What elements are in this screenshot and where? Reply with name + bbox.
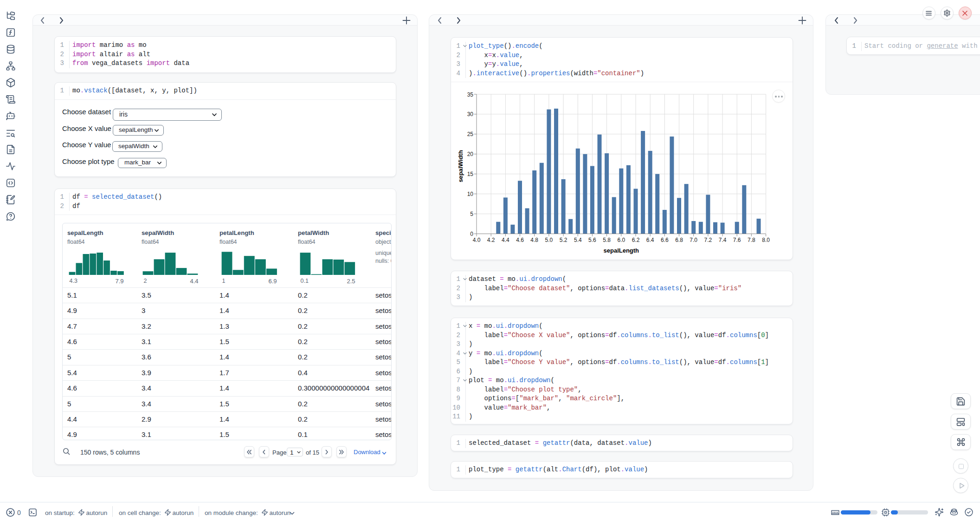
svg-text:4.0: 4.0	[473, 237, 481, 243]
svg-text:6.2: 6.2	[632, 237, 640, 243]
svg-text:7.6: 7.6	[733, 237, 741, 243]
svg-text:6.4: 6.4	[646, 237, 654, 243]
svg-text:20: 20	[467, 151, 474, 157]
svg-text:5: 5	[470, 211, 473, 217]
svg-text:30: 30	[467, 111, 474, 117]
svg-text:7.8: 7.8	[748, 237, 755, 243]
svg-text:7.0: 7.0	[690, 237, 697, 243]
svg-text:0: 0	[470, 231, 473, 237]
svg-text:4.6: 4.6	[516, 237, 524, 243]
svg-text:5.4: 5.4	[574, 237, 582, 243]
svg-text:5.0: 5.0	[545, 237, 553, 243]
svg-text:sepalWidth: sepalWidth	[457, 150, 464, 182]
svg-text:6.8: 6.8	[675, 237, 683, 243]
svg-text:4.2: 4.2	[487, 237, 495, 243]
svg-text:35: 35	[467, 91, 474, 98]
svg-text:25: 25	[467, 131, 474, 137]
svg-text:7.2: 7.2	[704, 237, 712, 243]
svg-text:7.4: 7.4	[719, 237, 727, 243]
svg-text:sepalLength: sepalLength	[604, 247, 639, 254]
svg-text:6.6: 6.6	[661, 237, 669, 243]
svg-text:6.0: 6.0	[617, 237, 625, 243]
svg-text:15: 15	[467, 171, 474, 177]
svg-text:5.6: 5.6	[588, 237, 596, 243]
svg-text:10: 10	[467, 191, 474, 197]
svg-text:4.4: 4.4	[502, 237, 509, 243]
svg-text:8.0: 8.0	[762, 237, 770, 243]
svg-text:4.8: 4.8	[530, 237, 538, 243]
svg-text:5.2: 5.2	[560, 237, 567, 243]
svg-text:5.8: 5.8	[603, 237, 611, 243]
